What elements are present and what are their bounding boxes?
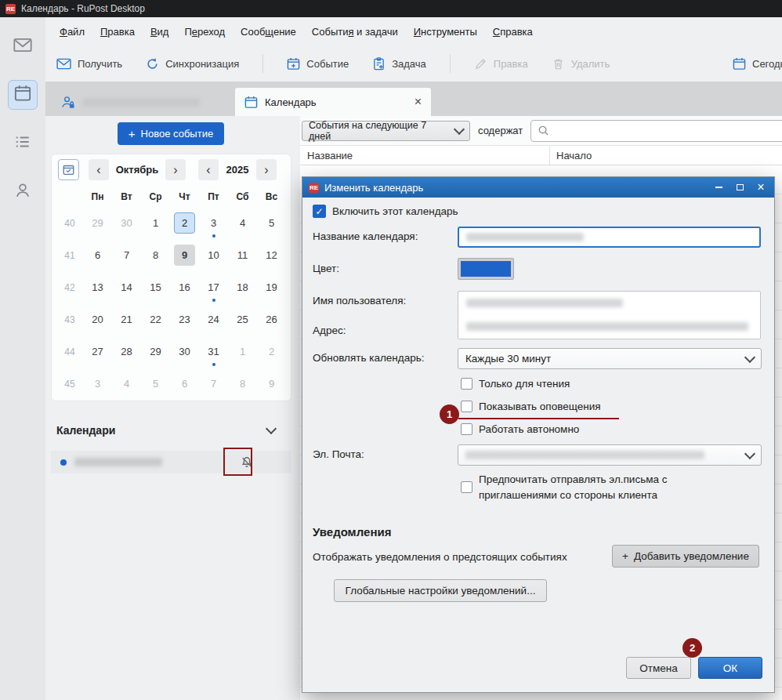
- calendar-day[interactable]: 6: [83, 239, 112, 271]
- next-month-button[interactable]: ›: [165, 159, 186, 180]
- global-notification-settings-button[interactable]: Глобальные настройки уведомлений...: [334, 579, 547, 602]
- close-icon[interactable]: ×: [754, 180, 768, 194]
- calendar-day[interactable]: 8: [228, 368, 257, 400]
- calendar-day[interactable]: 10: [199, 239, 228, 271]
- calendar-day[interactable]: 4: [228, 207, 257, 239]
- menu-item[interactable]: Правка: [92, 22, 143, 42]
- menu-item[interactable]: Справка: [485, 22, 541, 42]
- calendar-day[interactable]: 31: [199, 335, 228, 368]
- close-tab-icon[interactable]: ×: [415, 96, 422, 108]
- refresh-interval-dropdown[interactable]: Каждые 30 минут: [458, 348, 762, 369]
- calendar-day[interactable]: 30: [112, 207, 141, 239]
- menu-item[interactable]: Инструменты: [406, 22, 485, 42]
- calendar-day[interactable]: 1: [141, 207, 170, 239]
- calendar-day[interactable]: 24: [199, 303, 228, 335]
- calendar-day[interactable]: 6: [170, 368, 199, 400]
- calendar-name-input[interactable]: [458, 227, 761, 248]
- calendar-day[interactable]: 25: [228, 303, 257, 335]
- rail-tasks-button[interactable]: [8, 129, 38, 158]
- calendar-day[interactable]: 17: [199, 271, 228, 303]
- edit-button[interactable]: Правка: [474, 57, 528, 71]
- calendar-day[interactable]: 29: [141, 335, 170, 368]
- calendar-day[interactable]: 9: [257, 368, 286, 400]
- checkbox-checked[interactable]: [313, 205, 326, 218]
- calendar-list-item[interactable]: [51, 451, 291, 473]
- delete-button[interactable]: Удалить: [552, 57, 610, 71]
- calendar-day[interactable]: 12: [257, 239, 286, 271]
- enable-calendar-checkbox[interactable]: Включить этот календарь: [313, 205, 458, 218]
- calendar-day[interactable]: 4: [112, 368, 141, 400]
- calendar-day[interactable]: 7: [112, 239, 141, 271]
- calendar-day[interactable]: 2: [170, 207, 199, 239]
- tab-calendar[interactable]: Календарь ×: [235, 88, 431, 116]
- new-task-button[interactable]: Задача: [372, 57, 426, 71]
- next-year-button[interactable]: ›: [256, 159, 277, 180]
- calendar-day[interactable]: 11: [228, 239, 257, 271]
- rail-calendar-button[interactable]: [8, 80, 38, 110]
- calendar-day[interactable]: 21: [112, 303, 141, 335]
- calendar-day[interactable]: 1: [228, 335, 257, 368]
- new-event-button[interactable]: + Новое событие: [118, 122, 224, 145]
- rail-contacts-button[interactable]: [8, 177, 38, 207]
- calendar-day[interactable]: 5: [141, 368, 170, 400]
- calendar-day[interactable]: 3: [83, 368, 112, 400]
- show-alarms-checkbox[interactable]: Показывать оповещения: [461, 401, 601, 412]
- menu-item[interactable]: Вид: [143, 22, 177, 42]
- menu-item[interactable]: Сообщение: [233, 22, 304, 42]
- dialog-titlebar[interactable]: RE Изменить календарь ×: [302, 177, 774, 198]
- checkbox-unchecked[interactable]: [461, 378, 472, 390]
- menu-item[interactable]: Файл: [52, 22, 92, 42]
- calendar-day[interactable]: 22: [141, 303, 170, 335]
- today-button[interactable]: Сегодня: [733, 45, 782, 82]
- prev-year-button[interactable]: ‹: [198, 159, 219, 180]
- checkbox-unchecked[interactable]: [461, 481, 472, 493]
- search-input[interactable]: [530, 120, 782, 142]
- calendar-day[interactable]: 7: [199, 368, 228, 400]
- calendar-day[interactable]: 16: [170, 271, 199, 303]
- column-header-start[interactable]: Начало: [550, 150, 592, 161]
- calendar-day[interactable]: 19: [257, 271, 286, 303]
- calendar-day[interactable]: 28: [112, 335, 141, 368]
- prev-month-button[interactable]: ‹: [89, 159, 109, 180]
- cancel-button[interactable]: Отмена: [626, 657, 691, 679]
- calendar-day[interactable]: 23: [170, 303, 199, 335]
- maximize-icon[interactable]: [733, 180, 747, 194]
- checkbox-unchecked[interactable]: [461, 423, 472, 435]
- new-event-toolbar-button[interactable]: Событие: [287, 57, 349, 71]
- color-picker-button[interactable]: [458, 258, 514, 280]
- calendar-day[interactable]: 14: [112, 271, 141, 303]
- calendar-day[interactable]: 5: [257, 207, 286, 239]
- calendar-day[interactable]: 29: [83, 207, 112, 239]
- email-dropdown[interactable]: [458, 444, 762, 466]
- calendars-section-header[interactable]: Календари: [56, 424, 286, 437]
- goto-today-button[interactable]: [58, 159, 79, 180]
- readonly-checkbox[interactable]: Только для чтения: [461, 378, 570, 390]
- calendar-day[interactable]: 13: [83, 271, 112, 303]
- menu-item[interactable]: События и задачи: [304, 22, 406, 42]
- calendar-day[interactable]: 9: [170, 239, 199, 271]
- offline-checkbox[interactable]: Работать автономно: [461, 423, 579, 435]
- add-notification-button[interactable]: + Добавить уведомление: [612, 545, 759, 568]
- calendar-day[interactable]: 3: [199, 207, 228, 239]
- sync-button[interactable]: Синхронизация: [146, 57, 239, 71]
- username-address-field[interactable]: [458, 291, 761, 339]
- column-header-name[interactable]: Название: [300, 150, 549, 161]
- menu-item[interactable]: Переход: [176, 22, 233, 42]
- invite-preference-checkbox[interactable]: Предпочитать отправлять эл.письма с приг…: [461, 472, 714, 503]
- calendar-day[interactable]: 26: [257, 303, 286, 335]
- ok-button[interactable]: ОК: [698, 657, 762, 679]
- rail-mail-button[interactable]: [8, 31, 38, 61]
- calendar-day[interactable]: 18: [228, 271, 257, 303]
- calendar-day[interactable]: 2: [257, 335, 286, 368]
- get-messages-button[interactable]: Получить: [56, 58, 122, 70]
- calendar-day[interactable]: 8: [141, 239, 170, 271]
- minimize-icon[interactable]: [711, 180, 726, 194]
- tab-account[interactable]: [51, 88, 235, 116]
- calendar-color-dot: [60, 459, 67, 466]
- calendar-day[interactable]: 20: [83, 303, 112, 335]
- events-range-dropdown[interactable]: События на следующие 7 дней: [302, 121, 470, 141]
- calendar-day[interactable]: 30: [170, 335, 199, 368]
- calendar-day[interactable]: 27: [83, 335, 112, 368]
- calendar-day[interactable]: 15: [141, 271, 170, 303]
- checkbox-unchecked[interactable]: [461, 401, 472, 412]
